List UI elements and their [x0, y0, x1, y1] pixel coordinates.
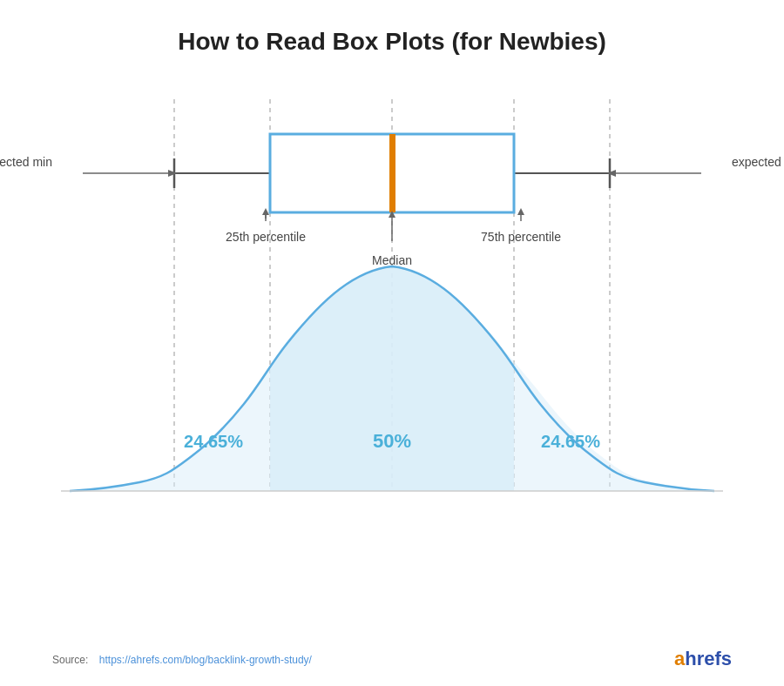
expected-max-label: expected max [732, 155, 784, 169]
pct-right-label: 24.65% [541, 432, 600, 451]
median-label: Median [372, 253, 412, 267]
source-info: Source: https://ahrefs.com/blog/backlink… [52, 651, 312, 667]
source-label: Source: [52, 654, 88, 666]
svg-marker-12 [168, 170, 177, 177]
chart-area: 24.65% 50% 24.65% expected min expected … [0, 73, 784, 613]
svg-marker-19 [517, 208, 524, 215]
percentile-75-label: 75th percentile [481, 230, 561, 244]
percentile-25-label: 25th percentile [226, 230, 306, 244]
ahrefs-logo: ahrefs [674, 648, 732, 670]
chart-svg: 24.65% 50% 24.65% expected min expected … [0, 73, 784, 613]
source-url: https://ahrefs.com/blog/backlink-growth-… [99, 654, 312, 666]
svg-marker-17 [262, 208, 269, 215]
logo-hrefs: hrefs [685, 648, 732, 669]
logo-a: a [674, 648, 685, 669]
page-container: How to Read Box Plots (for Newbies) [0, 0, 784, 686]
footer: Source: https://ahrefs.com/blog/backlink… [0, 648, 784, 670]
svg-rect-10 [389, 134, 395, 212]
expected-min-label: expected min [0, 155, 52, 169]
pct-center-label: 50% [373, 430, 411, 452]
svg-marker-14 [607, 170, 616, 177]
pct-left-label: 24.65% [184, 432, 243, 451]
page-title: How to Read Box Plots (for Newbies) [0, 0, 784, 64]
